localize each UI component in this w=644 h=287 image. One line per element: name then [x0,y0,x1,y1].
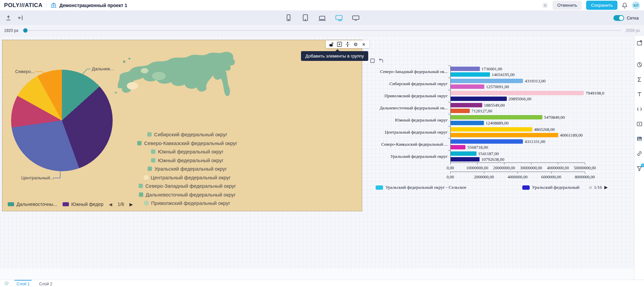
legend-label: Южный федеральный округ [158,157,223,163]
link-icon[interactable] [637,151,642,156]
filter-icon[interactable]: 0 [637,166,642,171]
cancel-button[interactable]: Отменить [553,1,582,10]
bar-axis-2: 0,002000000,004000000,006000000,00800000… [450,172,585,181]
device-tablet-icon[interactable] [301,14,309,22]
unlock-icon[interactable] [329,42,334,47]
pie-legend-item[interactable]: Южный федер [63,202,104,207]
device-phone-icon[interactable] [285,14,293,22]
editor-toolbar: Сетка [0,11,644,25]
grid-toggle-label: Сетка [627,15,639,21]
selected-group-widget[interactable]: Северо... Дальнев... Центральный... Даль… [2,40,362,211]
map-legend-item[interactable]: Приволжский федеральный округ [120,199,255,208]
bar-plot-area: 1736001,0014654195,00 [450,66,585,78]
bar-legend-prev-icon[interactable]: ◀ [588,185,592,190]
legend-label: Южный федер [71,202,104,207]
legend-swatch [144,201,149,205]
axis-tick-label: 8000000,00 [575,175,595,180]
bar-category-label: Центральный федеральный округ [376,126,450,138]
bar-legend-item[interactable]: Уральский федеральный [522,185,579,190]
group-settings-gear-icon[interactable]: ⚙ [353,42,358,47]
device-desktop-icon[interactable] [335,14,343,22]
map-legend-item[interactable]: Центральный федеральный округ [120,173,255,182]
device-tv-icon[interactable] [352,14,360,22]
tab-layer-1[interactable]: Слой 1 [14,280,32,287]
sum-icon[interactable] [637,77,642,82]
grid-toggle[interactable] [613,15,624,21]
image-icon[interactable] [637,136,642,142]
device-laptop-icon[interactable] [318,14,326,22]
map-legend-item[interactable]: Северо-Западный федеральный округ [120,182,255,190]
bar-value-label: 5568718,00 [465,145,488,150]
axis-tick-label: 2000000,00 [474,175,494,180]
legend-label: Северо-Западный федеральный округ [145,183,236,189]
bar-chart-widget[interactable]: Северо-Западный федеральный ок...1736001… [376,66,608,190]
add-to-group-icon[interactable] [337,42,342,47]
axis-tick-label: 0,00 [447,166,454,171]
bar-plot-area: 4319313,0012570091,00 [450,78,585,90]
user-avatar[interactable]: КЛ [632,1,640,9]
selection-frame-icon[interactable] [370,58,375,63]
bar-plot-area: 7949198,020895066,00 [450,90,585,102]
legend-swatch [147,132,152,137]
legend-swatch [63,202,69,206]
undo-move-icon[interactable] [378,58,383,63]
map-legend-item[interactable]: Южный федеральный округ [120,147,255,156]
bar-value-label: 10792638,00 [480,157,504,162]
map-legend-item[interactable]: Северо-Кавказский федеральный округ [120,139,255,148]
donut-chart-icon[interactable] [637,62,642,68]
bar [451,79,523,83]
text-icon[interactable] [637,92,642,97]
axis-tick [551,172,552,174]
map-legend-item[interactable]: Уральский федеральный округ [120,165,255,173]
pie-chart[interactable] [11,70,113,171]
pie-legend-item[interactable]: Дальневосточны... [8,202,57,207]
workspace: Северо... Дальнев... Центральный... Даль… [0,36,644,280]
filter-badge: 0 [641,164,644,167]
device-switcher [285,14,360,22]
tab-layer-2[interactable]: Слой 2 [37,280,54,287]
legend-swatch [137,141,142,145]
notifications-bell-icon[interactable] [622,2,628,8]
collapse-left-icon[interactable] [18,15,24,21]
bar-value-label: 1736001,00 [480,66,502,72]
bar [451,151,477,156]
bar [451,139,523,144]
axis-tick [558,163,558,165]
pie-legend-prev-icon[interactable]: ◀ [109,202,112,207]
width-slider[interactable] [23,30,622,31]
bar-value-label: 7120127,00 [470,108,492,114]
media-icon[interactable] [637,121,642,127]
bar-legend-item[interactable]: Уральский федеральный округ - Сельское [376,185,466,190]
axis-tick [585,172,585,174]
russia-map[interactable] [114,49,243,128]
bar-plot-area: 4311331,005568718,00 [450,138,585,150]
export-upload-icon[interactable] [5,15,11,21]
code-icon[interactable] [637,106,642,112]
legend-swatch [376,185,383,190]
axis-tick [585,163,585,165]
axis-tick-label: 50000000,00 [574,166,596,171]
bar-plot-area: 4865268,0040061189,00 [450,126,585,138]
save-button[interactable]: Сохранить [586,1,617,10]
axis-tick-label: 30000000,00 [520,166,542,171]
panel-expand-icon[interactable] [637,40,642,46]
bar-category-label: Сибирский федеральный округ [376,78,450,90]
width-slider-handle[interactable] [23,28,28,33]
axis-tick-label: 40000000,00 [547,166,569,171]
bar [451,97,507,101]
app-logo: POLY///ATICA [4,2,42,9]
vertical-resize-icon[interactable] [345,42,350,47]
legend-label: Северо-Кавказский федеральный округ [144,140,237,146]
map-legend-item[interactable]: Дальневосточный федеральный округ [120,190,255,199]
bar [451,157,480,162]
settings-gear-icon[interactable] [542,2,548,8]
map-legend-item[interactable]: Сибирский федеральный округ [120,130,255,139]
bar-category-label: Северо-Западный федеральный ок... [376,66,450,78]
close-selection-icon[interactable]: × [361,42,366,47]
legend-swatch [8,202,14,206]
bar-value-label: 1541187,00 [477,151,499,156]
bar-legend-next-icon[interactable]: ▶ [604,185,608,190]
dashboard-canvas[interactable]: Северо... Дальнев... Центральный... Даль… [0,36,634,280]
legend-label: Уральский федеральный округ [154,166,227,172]
map-legend-item[interactable]: Южный федеральный округ [120,156,255,165]
